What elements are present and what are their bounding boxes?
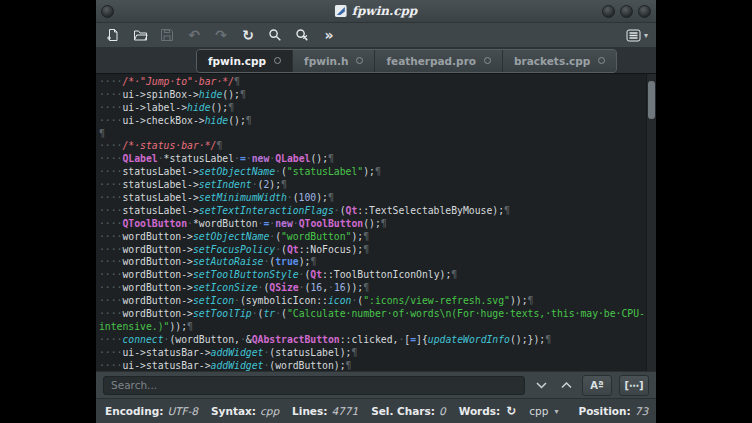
- status-value: cpp: [260, 405, 279, 417]
- search-replace-icon[interactable]: [293, 26, 311, 44]
- chevron-up-icon: [561, 382, 572, 389]
- status-label: Syntax:: [211, 405, 256, 417]
- overflow-chevron-icon[interactable]: »: [320, 26, 338, 44]
- syntax-dropdown-value: cpp: [529, 405, 548, 417]
- code-line: ····QLabel·*statusLabel·=·new·QLabel();¶: [99, 153, 646, 166]
- code-line: ····statusLabel->setMinimumWidth·(100);¶: [99, 192, 646, 205]
- menu-button[interactable]: ▾: [626, 29, 648, 42]
- tab-fpwin.h[interactable]: fpwin.h: [293, 50, 375, 72]
- tab-label: fpwin.h: [304, 55, 348, 67]
- tab-featherpad.pro[interactable]: featherpad.pro: [375, 50, 503, 72]
- whole-words-button[interactable]: [⋯]: [619, 375, 649, 396]
- undo-icon[interactable]: ↶: [185, 26, 203, 44]
- reload-icon[interactable]: ↻: [239, 26, 257, 44]
- window-menu-button[interactable]: [101, 5, 114, 18]
- menu-dropdown-arrow-icon: ▾: [644, 31, 648, 40]
- code-line: ····wordButton->setFocusPolicy·(Qt::NoFo…: [99, 244, 646, 257]
- status-item: Lines:4771: [292, 405, 358, 417]
- titlebar: fpwin.cpp: [96, 0, 656, 23]
- word-count-refresh-icon[interactable]: ↻: [506, 404, 516, 418]
- status-value: UTF-8: [167, 405, 198, 417]
- tab-fpwin.cpp[interactable]: fpwin.cpp: [197, 50, 293, 72]
- syntax-dropdown[interactable]: cpp ▾: [529, 405, 558, 417]
- position-indicator: Position:73: [578, 405, 648, 417]
- code-line: ····wordButton->setIcon·(symbolicIcon::i…: [99, 295, 646, 308]
- code-line: ····connect·(wordButton,·&QAbstractButto…: [99, 334, 646, 347]
- toolbar: ↶ ↷ ↻ » ▾: [96, 23, 656, 47]
- status-item: Sel. Chars:0: [371, 405, 446, 417]
- window-title: fpwin.cpp: [335, 0, 417, 22]
- code-line: ····wordButton->setAutoRaise·(true);¶: [99, 256, 646, 269]
- match-case-button[interactable]: Aª: [582, 375, 612, 396]
- code-line: ····statusLabel->setIndent·(2);¶: [99, 179, 646, 192]
- find-previous-button[interactable]: [557, 377, 575, 393]
- chevron-down-icon: [536, 382, 547, 389]
- status-item: Syntax:cpp: [211, 405, 279, 417]
- code-line: ¶: [99, 128, 646, 141]
- code-content[interactable]: ····/*·"Jump·to"·bar·*/¶····ui->spinBox-…: [99, 76, 646, 371]
- find-next-button[interactable]: [532, 377, 550, 393]
- status-item: Words:↻: [459, 404, 517, 418]
- menu-icon: [626, 29, 641, 42]
- code-line: ····ui->spinBox->hide();¶: [99, 89, 646, 102]
- status-item: Encoding:UTF-8: [105, 405, 198, 417]
- status-label: Encoding:: [105, 405, 163, 417]
- tab-bar: fpwin.cppfpwin.hfeatherpad.probrackets.c…: [96, 47, 656, 73]
- code-line: ····statusLabel->setTextInteractionFlags…: [99, 205, 646, 218]
- scrollbar-thumb[interactable]: [648, 81, 655, 119]
- tab-label: featherpad.pro: [386, 55, 476, 67]
- code-line: intensive.)"));¶: [99, 321, 646, 334]
- code-line: ····QToolButton·*wordButton·=·new·QToolB…: [99, 218, 646, 231]
- code-line: ····ui->statusBar->addWidget·(statusLabe…: [99, 347, 646, 360]
- featherpad-window: fpwin.cpp ↶ ↷ ↻: [96, 0, 656, 423]
- search-bar: Aª [⋯]: [96, 371, 656, 398]
- search-input[interactable]: [103, 376, 525, 395]
- status-value: 0: [439, 405, 446, 417]
- code-line: ····wordButton->setObjectName·("wordButt…: [99, 231, 646, 244]
- open-file-icon[interactable]: [131, 26, 149, 44]
- tab-close-icon[interactable]: [356, 57, 363, 64]
- redo-icon[interactable]: ↷: [212, 26, 230, 44]
- status-label: Lines:: [292, 405, 327, 417]
- code-line: ····/*·status·bar·*/¶: [99, 140, 646, 153]
- dropdown-arrow-icon: ▾: [554, 407, 558, 416]
- tab-close-icon[interactable]: [598, 57, 605, 64]
- vertical-scrollbar[interactable]: [646, 74, 656, 371]
- maximize-button[interactable]: [620, 5, 633, 18]
- position-label: Position:: [578, 405, 630, 417]
- new-file-icon[interactable]: [104, 26, 122, 44]
- code-line: ····wordButton->setIconSize·(QSize·(16,·…: [99, 282, 646, 295]
- code-line: ····wordButton->setToolTip·(tr·("Calcula…: [99, 308, 646, 321]
- code-line: ····wordButton->setToolButtonStyle·(Qt::…: [99, 269, 646, 282]
- status-label: Words:: [459, 405, 501, 417]
- code-line: ····ui->label->hide();¶: [99, 102, 646, 115]
- tab-label: brackets.cpp: [514, 55, 590, 67]
- position-value: 73: [635, 405, 648, 417]
- tab-close-icon[interactable]: [274, 57, 281, 64]
- status-bar: Encoding:UTF-8Syntax:cppLines:4771Sel. C…: [96, 398, 656, 423]
- save-icon[interactable]: [158, 26, 176, 44]
- tab-close-icon[interactable]: [484, 57, 491, 64]
- close-button[interactable]: [638, 5, 651, 18]
- code-line: ····ui->statusBar->addWidget·(wordButton…: [99, 360, 646, 371]
- code-line: ····/*·"Jump·to"·bar·*/¶: [99, 76, 646, 89]
- tab-label: fpwin.cpp: [208, 55, 266, 67]
- code-editor[interactable]: ····/*·"Jump·to"·bar·*/¶····ui->spinBox-…: [96, 73, 656, 371]
- code-line: ····statusLabel->setObjectName·("statusL…: [99, 166, 646, 179]
- status-value: 4771: [331, 405, 358, 417]
- featherpad-app-icon: [335, 5, 347, 17]
- window-title-text: fpwin.cpp: [352, 4, 417, 18]
- code-line: ····ui->checkBox->hide();¶: [99, 115, 646, 128]
- search-icon[interactable]: [266, 26, 284, 44]
- tab-strip: fpwin.cppfpwin.hfeatherpad.probrackets.c…: [196, 49, 617, 73]
- minimize-button[interactable]: [602, 5, 615, 18]
- tab-brackets.cpp[interactable]: brackets.cpp: [503, 50, 616, 72]
- status-label: Sel. Chars:: [371, 405, 435, 417]
